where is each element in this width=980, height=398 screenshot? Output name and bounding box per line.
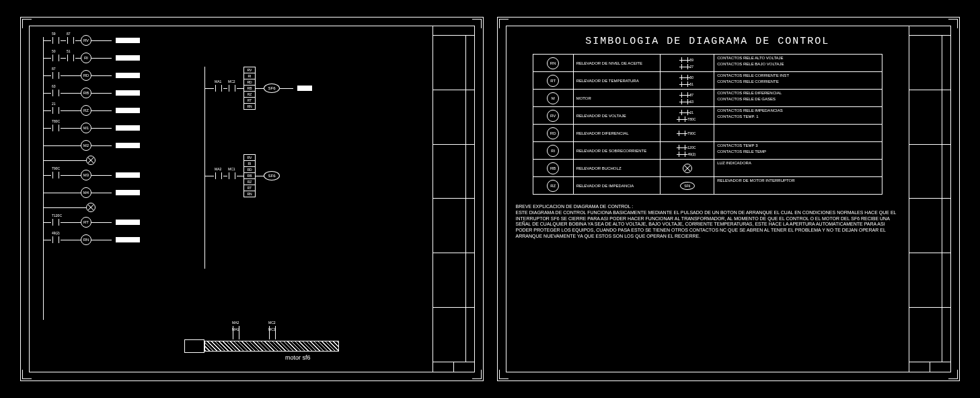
ladder-diagram: 5987RV5051RI87RD63RB21RZT80CM1M2T90CM3M4… [43, 32, 191, 248]
coil-symbol: RT [81, 217, 91, 228]
coil-symbol: RI [81, 53, 91, 63]
contact-label: MA1 [215, 79, 221, 84]
drawing-frame: 5987RV5051RI87RD63RB21RZT80CM1M2T90CM3M4… [29, 26, 475, 372]
lamp-icon [683, 164, 692, 173]
legend-row: RNRELEVADOR DE NIVEL DE ACEITE5927CONTAC… [533, 55, 882, 72]
drawing-frame: SIMBOLOGIA DE DIAGRAMA DE CONTROL RNRELE… [506, 26, 952, 372]
title-block [909, 26, 950, 372]
coil-symbol: RD [81, 70, 91, 81]
motor-label: motor sf6 [285, 354, 311, 361]
motor-shaft [204, 341, 339, 352]
legend-row: RIRELEVADOR DE SOBRECORRIENTE120C49(2)CO… [533, 142, 882, 160]
sf6-symbol: SF6 [264, 171, 280, 180]
sf6-symbol: SF6 [264, 84, 280, 93]
contact-label: MA2 [215, 167, 221, 171]
legend-table: RNRELEVADOR DE NIVEL DE ACEITE5927CONTAC… [533, 54, 882, 195]
coil-symbol: RN [81, 234, 91, 245]
legend-row: RTRELEVADOR DE TEMPERATURA5051CONTACTOS … [533, 72, 882, 90]
lamp-icon [86, 203, 96, 212]
ladder-rung: 5051RI [43, 49, 191, 67]
coil-symbol: M1 [81, 123, 91, 133]
ladder-rung: 5987RV [43, 32, 191, 49]
title-block [432, 26, 474, 372]
explanation-body: ESTE DIAGRAMA DE CONTROL FUNCIONA BASICA… [516, 210, 900, 240]
sheet-title: SIMBOLOGIA DE DIAGRAMA DE CONTROL [512, 32, 904, 54]
explanation-text: BREVE EXPLICACION DE DIAGRAMA DE CONTROL… [512, 195, 904, 240]
legend-area: SIMBOLOGIA DE DIAGRAMA DE CONTROL RNRELE… [506, 26, 909, 372]
legend-row: MMOTOR8763CONTACTOS RELE DIFERENCIALCONT… [533, 90, 882, 107]
sheet-symbology: SIMBOLOGIA DE DIAGRAMA DE CONTROL RNRELE… [497, 17, 960, 381]
contact-label: MC1 [228, 167, 235, 171]
coil-symbol: M2 [81, 140, 91, 151]
ladder-rung [43, 201, 191, 213]
legend-row: RDRELEVADOR DIFERENCIALT90C [533, 125, 882, 142]
ladder-rung: T120CRT [43, 213, 191, 231]
coil-symbol: RV [81, 35, 91, 46]
motor-box [184, 339, 204, 353]
ladder-rung: T80CM1 [43, 119, 191, 137]
coil-symbol: RZ [81, 105, 91, 116]
relay-stack: RVRIRDRBRZRTRN [243, 154, 256, 197]
coil-symbol: M4 [81, 187, 91, 198]
ladder-rung: M2 [43, 137, 191, 154]
schematic-area: 5987RV5051RI87RD63RB21RZT80CM1M2T90CM3M4… [30, 26, 432, 372]
sheet-control-diagram: 5987RV5051RI87RD63RB21RZT80CM1M2T90CM3M4… [20, 17, 484, 381]
ladder-rung: 49(2)RN [43, 231, 191, 248]
relay-stack: RVRIRDRBRZRTRN [243, 67, 256, 110]
ladder-rung [43, 154, 191, 166]
explanation-title: BREVE EXPLICACION DE DIAGRAMA DE CONTROL… [516, 204, 900, 210]
ladder-rung: 87RD [43, 67, 191, 84]
control-branches: MA1 MC2 RVRIRDRBRZRTRN SF6 MA2 MC1 [204, 67, 312, 269]
ladder-rung: T90CM3 [43, 166, 191, 184]
legend-row: RVRELEVADOR DE VOLTAJE21T80CCONTACTOS RE… [533, 107, 882, 125]
lamp-icon [86, 156, 96, 165]
coil-symbol: M3 [81, 170, 91, 180]
ladder-rung: 63RB [43, 84, 191, 102]
ladder-rung: 21RZ [43, 102, 191, 119]
contact-label: MC2 [228, 79, 235, 84]
coil-symbol: RB [81, 88, 91, 98]
legend-row: RZRELEVADOR DE IMPEDANCIASF6RELEVADOR DE… [533, 177, 882, 195]
legend-row: RBRELEVADOR BUCHOLZLUZ INDICADORA [533, 160, 882, 177]
ladder-rung: M4 [43, 184, 191, 201]
